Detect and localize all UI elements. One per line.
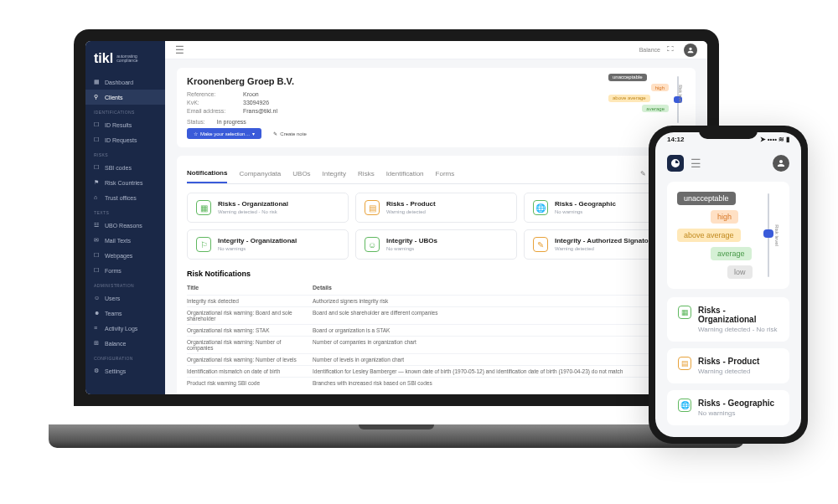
trust-icon: ⌂ xyxy=(94,194,101,201)
sidebar-item-label: Settings xyxy=(105,368,126,374)
phone-risk-item-product[interactable]: ▤ Risks - ProductWarning detected xyxy=(667,348,789,383)
notif-title-cell: Identification mismatch on date of birth xyxy=(187,368,313,374)
logo-text: tikl xyxy=(94,51,113,66)
sidebar-item-id-requests[interactable]: ☐ID Requests xyxy=(85,132,165,147)
sbi-icon: ☐ xyxy=(94,164,101,171)
id-requests-icon: ☐ xyxy=(94,136,101,143)
id-results-icon: ☐ xyxy=(94,121,101,128)
logo-tagline: automating compliance xyxy=(116,54,137,63)
sidebar-item-clients[interactable]: ⚲ Clients xyxy=(85,90,165,105)
sidebar-item-label: Clients xyxy=(105,95,122,100)
sidebar-item-mail-texts[interactable]: ✉Mail Texts xyxy=(85,233,165,248)
table-row: Product risk warning SBI codeBranches wi… xyxy=(187,377,685,388)
tab-companydata[interactable]: Companydata xyxy=(239,165,281,183)
phone-risk-item-geo[interactable]: 🌐 Risks - GeographicNo warnings xyxy=(667,390,789,425)
tab-identification[interactable]: Identification xyxy=(386,165,424,183)
risk-card-sub: No warnings xyxy=(555,209,616,214)
brand-logo: tikl automating compliance xyxy=(85,48,165,75)
risk-card-title: Integrity - UBOs xyxy=(386,237,437,244)
laptop-frame: tikl automating compliance ▦ Dashboard ⚲… xyxy=(74,29,719,448)
sidebar-item-trust-offices[interactable]: ⌂Trust offices xyxy=(85,190,165,205)
balance-label[interactable]: Balance xyxy=(639,47,660,53)
table-row: Organizational risk warning: Number of c… xyxy=(187,336,685,353)
tab-notifications[interactable]: Notifications xyxy=(187,164,227,183)
table-row: Organizational risk warning: STAKBoard o… xyxy=(187,324,685,336)
doc-icon: ▤ xyxy=(365,200,380,215)
content-area: Kroonenberg Groep B.V. Reference:Kroon K… xyxy=(165,59,707,394)
risk-card-sub: Warning detected - No risk xyxy=(218,209,288,214)
phone-risk-title: Risks - Product xyxy=(698,357,759,366)
expand-icon[interactable]: ⛶ xyxy=(667,45,677,55)
risk-chip-high: high xyxy=(651,84,669,91)
risk-chip-above: above average xyxy=(608,95,650,102)
phone-risk-title: Risks - Organizational xyxy=(698,306,781,324)
nav-section-heading: CONFIGURATION xyxy=(85,351,165,363)
pen-icon: ✎ xyxy=(533,237,548,252)
signal-icon: •••• xyxy=(768,136,777,143)
sidebar-item-label: Risk Countries xyxy=(105,180,143,186)
phone-risk-meter-card: Risk level unacceptable high above avera… xyxy=(667,182,789,289)
phone-chip-above: above average xyxy=(677,229,741,242)
users-icon: ☺ xyxy=(94,295,101,301)
phone-risk-item-org[interactable]: ▦ Risks - OrganizationalWarning detected… xyxy=(667,297,789,342)
user-icon: ☺ xyxy=(365,237,380,252)
sidebar-item-sbi[interactable]: ☐SBI codes xyxy=(85,160,165,175)
ubo-icon: ☳ xyxy=(94,222,101,229)
notif-details-cell: Identification for Lesley Bamberger — kn… xyxy=(313,368,623,374)
risk-card-product[interactable]: ▤ Risks - ProductWarning detected xyxy=(355,193,517,223)
create-note-button[interactable]: ✎ Create note xyxy=(273,131,306,136)
sidebar-item-label: ID Requests xyxy=(105,137,137,143)
risk-card-title: Risks - Product xyxy=(386,200,436,208)
clients-icon: ⚲ xyxy=(94,94,101,100)
tab-action-icon[interactable]: ✎ xyxy=(640,170,646,177)
globe-icon: 🌐 xyxy=(533,200,548,215)
sidebar-item-label: Trust offices xyxy=(105,195,137,201)
sidebar-item-ubo-reasons[interactable]: ☳UBO Reasons xyxy=(85,218,165,233)
client-header-card: Kroonenberg Groep B.V. Reference:Kroon K… xyxy=(177,68,696,147)
sidebar-item-risk-countries[interactable]: ⚑Risk Countries xyxy=(85,175,165,190)
risk-card-organizational[interactable]: ▦ Risks - OrganizationalWarning detected… xyxy=(187,193,349,223)
sidebar-item-id-results[interactable]: ☐ID Results xyxy=(85,117,165,132)
phone-notch xyxy=(699,126,758,139)
notifications-heading: Risk Notifications xyxy=(187,270,685,278)
tab-ubos[interactable]: UBOs xyxy=(292,165,310,183)
table-row: Organizational risk warning: Number of l… xyxy=(187,353,685,365)
sidebar-item-dashboard[interactable]: ▦ Dashboard xyxy=(85,75,165,90)
laptop-screen: tikl automating compliance ▦ Dashboard ⚲… xyxy=(74,29,719,406)
risk-card-sub: No warnings xyxy=(218,246,297,251)
notif-title-cell: Product risk warning SBI code xyxy=(187,380,313,386)
org-icon: ⚐ xyxy=(196,237,211,252)
phone-time: 14:12 xyxy=(667,136,684,143)
phone-menu-icon[interactable]: ☰ xyxy=(691,157,701,170)
teams-icon: ☻ xyxy=(94,310,101,316)
sidebar-item-teams[interactable]: ☻Teams xyxy=(85,306,165,321)
risk-card-integrity-org[interactable]: ⚐ Integrity - OrganizationalNo warnings xyxy=(187,229,349,260)
table-row: Identification mismatch on date of birth… xyxy=(187,365,685,377)
sidebar-item-balance[interactable]: ⊞Balance xyxy=(85,336,165,351)
notif-title-cell: Integrity risk detected xyxy=(187,298,313,304)
sidebar-item-forms[interactable]: ☐Forms xyxy=(85,263,165,278)
phone-risk-handle[interactable] xyxy=(763,229,773,238)
sidebar-item-users[interactable]: ☺Users xyxy=(85,291,165,306)
laptop-hinge xyxy=(359,424,434,429)
sidebar-item-label: Activity Logs xyxy=(105,326,137,332)
tab-integrity[interactable]: Integrity xyxy=(323,165,346,183)
notif-col-title-heading: Title xyxy=(187,285,313,291)
status-value: In progress xyxy=(217,119,246,125)
phone-avatar[interactable] xyxy=(773,155,789,172)
menu-toggle-icon[interactable]: ☰ xyxy=(175,44,184,56)
user-avatar[interactable] xyxy=(684,44,697,57)
sidebar-item-settings[interactable]: ⚙Settings xyxy=(85,363,165,378)
phone-content: Risk level unacceptable high above avera… xyxy=(655,177,801,437)
risk-card-integrity-ubos[interactable]: ☺ Integrity - UBOsNo warnings xyxy=(355,229,517,260)
make-selection-button[interactable]: ☆ Make your selection… ▾ xyxy=(187,128,261,139)
sidebar-item-label: Users xyxy=(105,296,120,301)
activity-icon: ≡ xyxy=(94,325,101,332)
tab-risks[interactable]: Risks xyxy=(358,165,375,183)
building-icon: ▦ xyxy=(196,200,211,215)
tab-forms[interactable]: Forms xyxy=(436,165,455,183)
sidebar-item-label: Mail Texts xyxy=(105,238,131,244)
sidebar-item-webpages[interactable]: ☐Webpages xyxy=(85,248,165,263)
notif-col-details-heading: Details xyxy=(313,285,332,291)
sidebar-item-activity[interactable]: ≡Activity Logs xyxy=(85,321,165,336)
